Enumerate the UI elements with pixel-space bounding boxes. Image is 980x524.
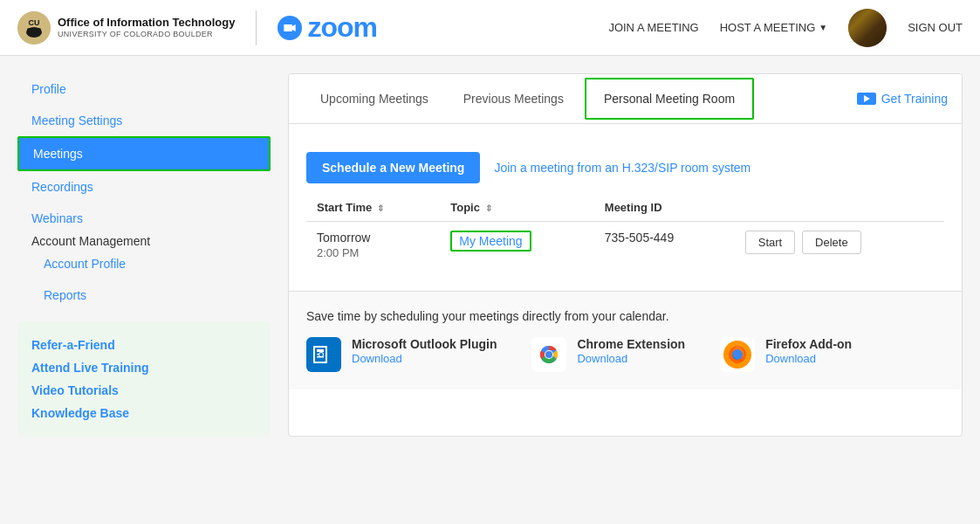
knowledge-base-link[interactable]: Knowledge Base: [31, 402, 257, 424]
outlook-download-link[interactable]: Download: [352, 352, 402, 365]
sidebar-item-meetings[interactable]: Meetings: [17, 136, 271, 171]
firefox-addon: Firefox Add-on Download: [720, 337, 852, 372]
outlook-plugin-name: Microsoft Outlook Plugin: [352, 337, 497, 351]
cell-meeting-id: 735-505-449: [594, 222, 731, 269]
svg-point-4: [36, 28, 41, 31]
logo-divider: [256, 10, 257, 45]
tab-previous-meetings[interactable]: Previous Meetings: [446, 79, 581, 118]
chrome-extension: Chrome Extension Download: [531, 337, 685, 372]
oit-text: Office of Information Technology UNIVERS…: [58, 16, 235, 38]
header-nav: JOIN A MEETING HOST A MEETING ▼ SIGN OUT: [608, 9, 963, 47]
zoom-logo: zoom: [278, 11, 377, 44]
join-meeting-link[interactable]: JOIN A MEETING: [608, 21, 698, 34]
header: CU Office of Information Technology UNIV…: [0, 0, 980, 56]
col-meeting-id-label: Meeting ID: [605, 201, 662, 214]
outlook-plugin: Microsoft Outlook Plugin Download: [306, 337, 497, 372]
schedule-new-meeting-button[interactable]: Schedule a New Meeting: [306, 152, 480, 183]
main-content: Upcoming Meetings Previous Meetings Pers…: [288, 73, 963, 437]
svg-text:CU: CU: [29, 18, 40, 27]
chrome-extension-text: Chrome Extension Download: [577, 337, 685, 365]
svg-point-11: [319, 353, 323, 356]
tab-personal-meeting-room[interactable]: Personal Meeting Room: [585, 78, 754, 120]
plugins-row: Microsoft Outlook Plugin Download: [306, 337, 944, 372]
sidebar: Profile Meeting Settings Meetings Record…: [17, 73, 271, 437]
action-row: Schedule a New Meeting Join a meeting fr…: [306, 138, 944, 194]
avatar[interactable]: [848, 9, 887, 47]
table-row: Tomorrow 2:00 PM My Meeting 735-505-449 …: [306, 222, 944, 269]
topic-sort-icon[interactable]: ⇕: [485, 203, 492, 213]
logo-section: CU Office of Information Technology UNIV…: [17, 10, 608, 45]
meeting-id: 735-505-449: [605, 231, 674, 245]
sidebar-item-recordings[interactable]: Recordings: [17, 171, 271, 203]
bison-image: [848, 9, 887, 47]
host-meeting-link[interactable]: HOST A MEETING ▼: [720, 21, 827, 34]
cell-start-time: Tomorrow 2:00 PM: [306, 222, 440, 269]
chrome-download-link[interactable]: Download: [577, 352, 627, 365]
svg-point-3: [27, 28, 32, 31]
attend-live-training-link[interactable]: Attend Live Training: [31, 356, 257, 379]
chrome-icon: [531, 337, 566, 372]
tab-upcoming-meetings[interactable]: Upcoming Meetings: [303, 79, 446, 118]
oit-name: Office of Information Technology: [58, 16, 235, 30]
oit-university: UNIVERSITY OF COLORADO BOULDER: [58, 30, 235, 39]
sidebar-item-profile[interactable]: Profile: [17, 73, 271, 105]
cell-actions: Start Delete: [731, 222, 944, 269]
zoom-camera-icon: [283, 21, 297, 35]
col-actions: [731, 194, 944, 222]
firefox-addon-text: Firefox Add-on Download: [765, 337, 852, 365]
table-body: Tomorrow 2:00 PM My Meeting 735-505-449 …: [306, 222, 944, 269]
account-management-label: Account Management: [17, 225, 164, 257]
oit-logo: CU Office of Information Technology UNIV…: [17, 11, 235, 45]
sign-out-link[interactable]: SIGN OUT: [908, 21, 963, 34]
main-layout: Profile Meeting Settings Meetings Record…: [0, 56, 980, 454]
content-area: Schedule a New Meeting Join a meeting fr…: [289, 124, 962, 282]
calendar-promo: Save time by scheduling your meetings di…: [289, 291, 962, 390]
meeting-day: Tomorrow: [317, 231, 429, 245]
sidebar-green-box: Refer-a-Friend Attend Live Training Vide…: [17, 321, 271, 437]
sidebar-item-reports[interactable]: Reports: [17, 279, 271, 311]
firefox-addon-name: Firefox Add-on: [765, 337, 852, 351]
zoom-wordmark: zoom: [307, 11, 377, 44]
col-meeting-id: Meeting ID: [594, 194, 731, 222]
table-header-row: Start Time ⇕ Topic ⇕ Meeting ID: [306, 194, 944, 222]
cu-logo-icon: CU: [17, 11, 51, 45]
meeting-topic-link[interactable]: My Meeting: [450, 231, 531, 252]
refer-a-friend-link[interactable]: Refer-a-Friend: [31, 334, 257, 356]
table-header: Start Time ⇕ Topic ⇕ Meeting ID: [306, 194, 944, 222]
start-time-sort-icon[interactable]: ⇕: [377, 203, 384, 213]
col-start-time-label: Start Time: [317, 201, 372, 214]
firefox-download-link[interactable]: Download: [765, 352, 816, 365]
zoom-logo-icon: [278, 16, 302, 40]
meeting-time: 2:00 PM: [317, 246, 429, 259]
firefox-icon: [720, 337, 755, 372]
video-tutorials-link[interactable]: Video Tutorials: [31, 379, 257, 402]
col-topic: Topic ⇕: [440, 194, 594, 222]
sip-link[interactable]: Join a meeting from an H.323/SIP room sy…: [494, 161, 750, 175]
col-start-time: Start Time ⇕: [306, 194, 440, 222]
col-topic-label: Topic: [450, 201, 480, 214]
cell-topic: My Meeting: [440, 222, 594, 269]
svg-rect-7: [317, 349, 324, 352]
meetings-table: Start Time ⇕ Topic ⇕ Meeting ID: [306, 194, 944, 268]
chrome-extension-name: Chrome Extension: [577, 337, 685, 351]
host-dropdown-arrow: ▼: [819, 23, 827, 32]
start-meeting-button[interactable]: Start: [745, 231, 795, 254]
outlook-plugin-text: Microsoft Outlook Plugin Download: [352, 337, 497, 365]
tabs-bar: Upcoming Meetings Previous Meetings Pers…: [289, 74, 962, 124]
get-training-link[interactable]: Get Training: [857, 92, 948, 106]
svg-point-15: [545, 351, 552, 358]
video-icon: [857, 93, 876, 105]
sidebar-item-meeting-settings[interactable]: Meeting Settings: [17, 105, 271, 136]
calendar-promo-text: Save time by scheduling your meetings di…: [306, 309, 944, 323]
delete-meeting-button[interactable]: Delete: [802, 231, 861, 254]
outlook-icon: [306, 337, 341, 372]
get-training-label: Get Training: [881, 92, 948, 106]
